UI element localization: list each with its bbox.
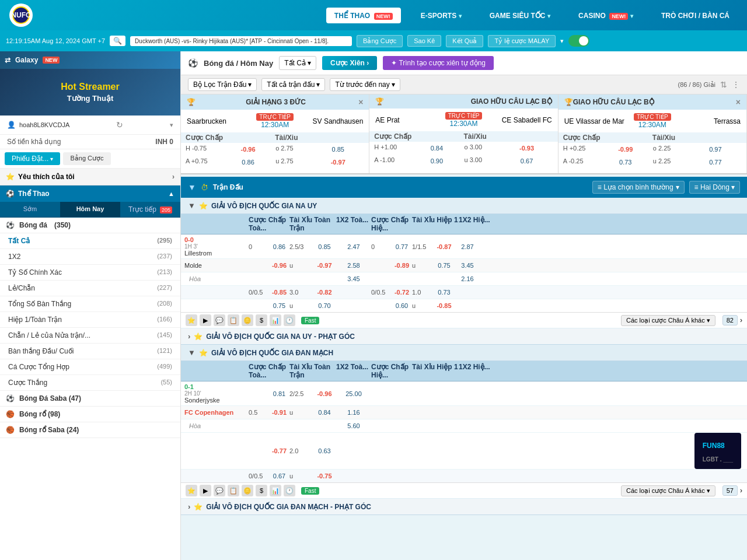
odds-h-tai-1[interactable]: -0.93 — [500, 144, 553, 153]
sidebar-item-cuoc-thang[interactable]: Cược Thắng (55) — [0, 375, 180, 391]
bong-ro-saba-header[interactable]: 🏀 Bóng rổ Saba (24) — [0, 422, 180, 438]
ticker-search-input[interactable] — [130, 36, 352, 46]
subtab-truc-tiep[interactable]: Trực tiếp 205 — [120, 202, 180, 217]
yeu-thich-section[interactable]: ⭐ Yêu thích của tôi › — [0, 169, 180, 186]
league-norway-star[interactable]: ⭐ — [199, 202, 208, 210]
bong-da-header[interactable]: ⚽ Bóng đá (350) — [0, 218, 180, 233]
bong-ro-header[interactable]: 🏀 Bóng rổ (98) — [0, 407, 180, 422]
refresh-icon[interactable]: ↻ — [116, 120, 123, 130]
tu-truoc-dropdown[interactable]: Từ trước đến nay ▾ — [330, 78, 400, 91]
odds-h-tai-2[interactable]: 0.97 — [689, 145, 742, 154]
msg-action-icon[interactable]: 💬 — [214, 314, 225, 326]
norway-ex1-c2[interactable]: -0.82 — [313, 288, 336, 297]
nav-tab-casino[interactable]: CASINO NEW! ▾ — [570, 8, 641, 23]
sao-ke-btn[interactable]: Sao Kê — [407, 35, 441, 47]
odds-a-chap-2[interactable]: 0.73 — [599, 158, 652, 167]
norway-page-arrow[interactable]: › — [740, 316, 742, 324]
star-action-icon-dk[interactable]: ⭐ — [186, 485, 197, 496]
sidebar-item-hiep1[interactable]: Hiệp 1/Toàn Trận (166) — [0, 312, 180, 328]
ty-le-cuoc-btn[interactable]: Tỷ lệ cược MALAY — [488, 35, 556, 47]
odds-h-chap-1[interactable]: 0.84 — [410, 144, 463, 153]
odds-h-chap-2[interactable]: -0.99 — [599, 145, 652, 154]
user-dropdown-icon[interactable]: ▾ — [170, 121, 173, 129]
denmark-page-arrow[interactable]: › — [740, 487, 742, 495]
denmark-ex1-c2[interactable]: 0.63 — [313, 446, 336, 456]
norway-phat-goc-star[interactable]: ⭐ — [194, 332, 203, 341]
toggle-switch[interactable] — [568, 35, 589, 47]
bo-loc-dropdown[interactable]: Bộ Lọc Trận Đấu ▾ — [188, 78, 257, 91]
odds-a-tai-1[interactable]: 0.67 — [500, 156, 553, 166]
bang-cuoc-btn[interactable]: Bảng Cược — [357, 35, 403, 47]
msg-action-icon-dk[interactable]: 💬 — [214, 485, 225, 496]
search-icon[interactable]: 🔍 — [110, 36, 125, 46]
norway-ex2-c2[interactable]: 0.70 — [313, 301, 336, 310]
norway-a-tai[interactable]: -0.97 — [313, 261, 336, 270]
norway-phat-goc-collapse[interactable]: › — [188, 332, 190, 341]
sidebar-item-tat-ca[interactable]: Tất Cả (295) — [0, 233, 180, 249]
ket-qua-btn[interactable]: Kết Quả — [446, 35, 483, 47]
play-action-icon[interactable]: ▶ — [200, 314, 211, 326]
play-action-icon-dk[interactable]: ▶ — [200, 485, 211, 496]
card-close-icon-0[interactable]: × — [358, 97, 363, 107]
subtab-som[interactable]: Sớm — [0, 202, 60, 217]
league-norway-header[interactable]: ▼ ⭐ GIẢI VÔ ĐỊCH QUỐC GIA NA UY — [181, 198, 747, 214]
norway-ex1-c3[interactable]: -0.72 — [392, 288, 412, 297]
norway-ex1-c1[interactable]: -0.85 — [269, 288, 289, 297]
denmark-h-tai[interactable]: -0.96 — [313, 389, 336, 398]
denmark-a-x12[interactable]: 1.16 — [336, 408, 371, 417]
promo-banner[interactable]: Hot Streamer Tường Thuật — [0, 69, 180, 116]
norway-phat-goc-header[interactable]: › ⭐ GIẢI VÔ ĐỊCH QUỐC GIA NA UY - PHẠT G… — [181, 328, 747, 345]
norway-a-hep-chap[interactable]: -0.89 — [392, 261, 412, 270]
chart-action-icon-dk[interactable]: 📊 — [270, 485, 281, 496]
odds-h-chap-0[interactable]: -0.96 — [222, 145, 274, 154]
dollar-action-icon-dk[interactable]: $ — [256, 485, 267, 496]
odds-h-tai-0[interactable]: 0.85 — [312, 145, 364, 154]
chart-action-icon[interactable]: 📊 — [270, 314, 281, 326]
denmark-h-x12[interactable]: 25.00 — [336, 389, 371, 398]
filter-menu-icon[interactable]: ⋮ — [732, 80, 740, 89]
card-close-icon-2[interactable]: × — [736, 97, 741, 107]
norway-h-tai[interactable]: 0.85 — [313, 242, 336, 251]
tab-phieu-dat[interactable]: Phiếu Đặt... ▾ — [5, 152, 60, 165]
norway-h-hep-tai[interactable]: -0.87 — [432, 242, 456, 251]
clock-action-icon[interactable]: 🕐 — [284, 314, 295, 326]
denmark-h-chap[interactable]: 0.81 — [269, 389, 289, 398]
odds-a-tai-2[interactable]: 0.77 — [689, 158, 742, 167]
clip-action-icon-dk[interactable]: 📋 — [228, 485, 239, 496]
sidebar-item-ty-so[interactable]: Tỷ Số Chính Xác (213) — [0, 265, 180, 281]
league-denmark-header[interactable]: ▼ ⭐ GIẢI VÔ ĐỊCH QUỐC GIA ĐAN MẠCH — [181, 345, 747, 361]
nav-tab-game-sieu-toc[interactable]: GAME SIÊU TỐC ▾ — [481, 8, 558, 23]
odds-a-chap-1[interactable]: 0.90 — [410, 156, 463, 166]
norway-draw-x12[interactable]: 3.45 — [336, 274, 371, 284]
nav-tab-esports[interactable]: E-SPORTS ▾ — [413, 8, 470, 23]
denmark-page-num[interactable]: 57 — [722, 485, 738, 496]
norway-draw-hep-x12[interactable]: 2.16 — [456, 274, 479, 284]
norway-h-hep-x12[interactable]: 2.87 — [456, 242, 479, 251]
denmark-phat-goc-star[interactable]: ⭐ — [194, 503, 203, 511]
norway-a-chap[interactable]: -0.96 — [269, 261, 289, 270]
coin-action-icon-dk[interactable]: 🪙 — [242, 485, 253, 496]
norway-h-x12[interactable]: 2.47 — [336, 242, 371, 251]
norway-ex2-c1[interactable]: 0.75 — [269, 301, 289, 310]
sidebar-item-tong-ban-thang[interactable]: Tổng Số Bàn Thắng (208) — [0, 296, 180, 312]
subtab-hom-nay[interactable]: Hôm Nay — [60, 202, 120, 217]
norway-a-hep-tai[interactable]: 0.75 — [432, 261, 456, 270]
bong-da-saba-header[interactable]: ⚽ Bóng Đá Saba (47) — [0, 391, 180, 407]
sidebar-item-le-chan[interactable]: Lẻ/Chẵn (227) — [0, 281, 180, 296]
denmark-ex2-c2[interactable]: -0.75 — [313, 471, 336, 481]
denmark-ex2-c1[interactable]: 0.67 — [269, 471, 289, 481]
clip-action-icon[interactable]: 📋 — [228, 314, 239, 326]
denmark-ex1-c1[interactable]: -0.77 — [269, 446, 289, 456]
norway-h-hep-chap[interactable]: 0.77 — [392, 242, 412, 251]
tat-ca-tran-dropdown[interactable]: Tất cả trận đấu ▾ — [261, 78, 325, 91]
hai-dong-select[interactable]: ≡ Hai Dòng ▾ — [689, 181, 740, 194]
binh-thuong-select[interactable]: ≡ Lựa chọn bình thường ▾ — [592, 181, 685, 194]
league-norway-collapse[interactable]: ▼ — [188, 201, 196, 210]
sidebar-item-1x2[interactable]: 1X2 (237) — [0, 249, 180, 265]
norway-h-chap[interactable]: 0.86 — [269, 242, 289, 251]
tat-ca-dropdown[interactable]: Tất Cả ▾ — [279, 56, 316, 70]
denmark-star[interactable]: ⭐ — [199, 349, 208, 357]
the-thao-sport-section[interactable]: ⚽ Thể Thao ▲ — [0, 186, 180, 202]
dollar-action-icon[interactable]: $ — [256, 314, 267, 326]
odds-a-chap-0[interactable]: 0.86 — [222, 158, 274, 167]
